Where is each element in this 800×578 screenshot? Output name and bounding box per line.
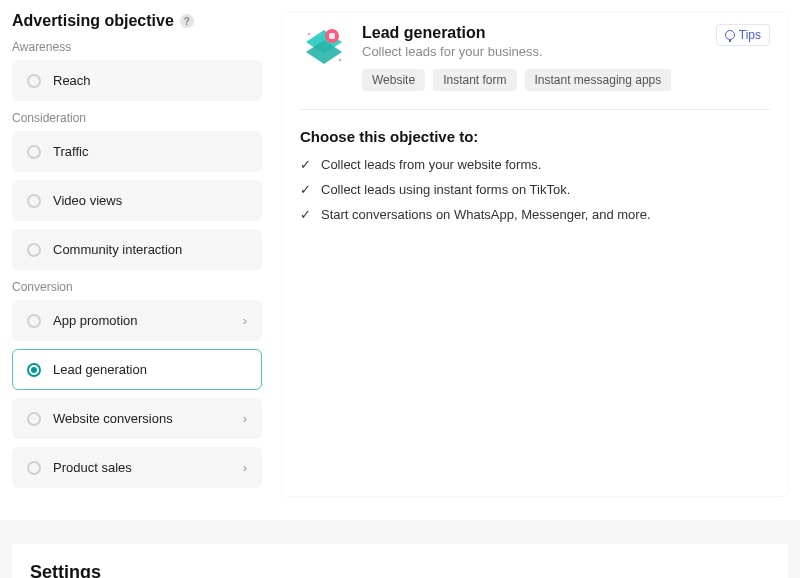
radio-icon [27, 412, 41, 426]
objective-item-video-views[interactable]: Video views [12, 180, 262, 221]
choose-title: Choose this objective to: [300, 128, 770, 145]
chip-instant-messaging-apps: Instant messaging apps [525, 69, 672, 91]
svg-point-4 [308, 33, 311, 36]
chip-website: Website [362, 69, 425, 91]
radio-icon [27, 314, 41, 328]
sidebar-title-text: Advertising objective [12, 12, 174, 30]
settings-title: Settings [30, 562, 770, 578]
check-icon: ✓ [300, 207, 311, 222]
radio-icon [27, 243, 41, 257]
objective-label: Lead generation [53, 362, 147, 377]
check-icon: ✓ [300, 182, 311, 197]
radio-icon [27, 145, 41, 159]
objective-label: Traffic [53, 144, 88, 159]
objective-label: Community interaction [53, 242, 182, 257]
radio-icon [27, 74, 41, 88]
objective-item-lead-generation[interactable]: Lead generation [12, 349, 262, 390]
objective-label: Video views [53, 193, 122, 208]
svg-point-5 [339, 59, 342, 62]
benefit-item: ✓Collect leads using instant forms on Ti… [300, 182, 770, 197]
objective-sidebar: Advertising objective ? AwarenessReachCo… [12, 12, 262, 496]
objective-detail-panel: Tips Lead generation Collect leads for y… [282, 12, 788, 496]
benefit-item: ✓Start conversations on WhatsApp, Messen… [300, 207, 770, 222]
benefit-item: ✓Collect leads from your website forms. [300, 157, 770, 172]
objective-label: Website conversions [53, 411, 173, 426]
svg-rect-3 [329, 33, 335, 39]
objective-item-product-sales[interactable]: Product sales› [12, 447, 262, 488]
objective-item-reach[interactable]: Reach [12, 60, 262, 101]
radio-icon [27, 194, 41, 208]
detail-chips: WebsiteInstant formInstant messaging app… [362, 69, 671, 91]
radio-icon [27, 363, 41, 377]
detail-title: Lead generation [362, 24, 671, 42]
benefit-text: Start conversations on WhatsApp, Messeng… [321, 207, 651, 222]
help-icon[interactable]: ? [180, 14, 194, 28]
check-icon: ✓ [300, 157, 311, 172]
group-label: Consideration [12, 111, 262, 125]
radio-icon [27, 461, 41, 475]
objective-item-website-conversions[interactable]: Website conversions› [12, 398, 262, 439]
tips-label: Tips [739, 28, 761, 42]
detail-subtitle: Collect leads for your business. [362, 44, 671, 59]
objective-label: Product sales [53, 460, 132, 475]
chevron-right-icon: › [243, 411, 247, 426]
chevron-right-icon: › [243, 460, 247, 475]
objective-item-community-interaction[interactable]: Community interaction [12, 229, 262, 270]
benefit-text: Collect leads using instant forms on Tik… [321, 182, 570, 197]
objective-item-traffic[interactable]: Traffic [12, 131, 262, 172]
tips-button[interactable]: Tips [716, 24, 770, 46]
settings-card: Settings Campaign name [12, 544, 788, 578]
lightbulb-icon [725, 30, 735, 40]
group-label: Awareness [12, 40, 262, 54]
objective-item-app-promotion[interactable]: App promotion› [12, 300, 262, 341]
objective-label: App promotion [53, 313, 138, 328]
sidebar-title: Advertising objective ? [12, 12, 262, 30]
chip-instant-form: Instant form [433, 69, 516, 91]
chevron-right-icon: › [243, 313, 247, 328]
lead-generation-icon [300, 24, 348, 72]
group-label: Conversion [12, 280, 262, 294]
objective-label: Reach [53, 73, 91, 88]
benefit-text: Collect leads from your website forms. [321, 157, 541, 172]
